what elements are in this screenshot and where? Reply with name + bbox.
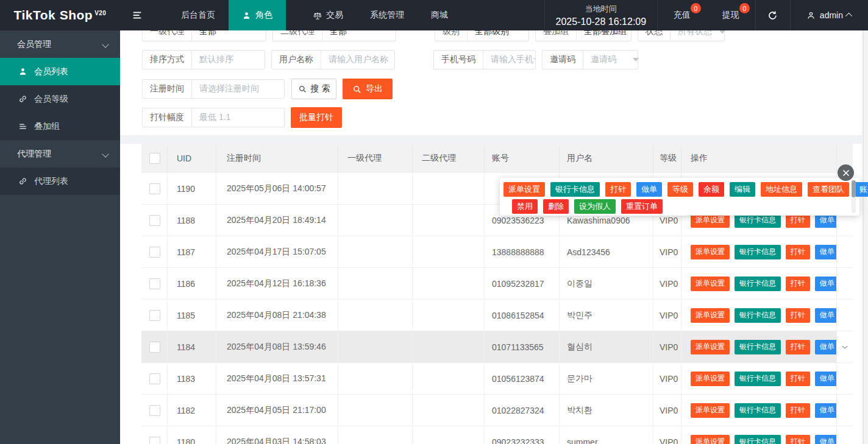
row-action-button[interactable]: 打针 <box>786 435 810 444</box>
cell-expand[interactable] <box>837 395 853 426</box>
row-checkbox[interactable] <box>149 437 160 444</box>
filter-phone-input[interactable]: 手机号码 请输入手机号码 <box>433 50 536 69</box>
sidebar-item-member-level[interactable]: 会员等级 <box>0 85 120 113</box>
batch-inject-button[interactable]: 批量打针 <box>291 107 342 128</box>
sidebar-item-member-list[interactable]: 会员列表 <box>0 58 120 85</box>
cell-expand[interactable] <box>837 236 853 267</box>
popup-action-button[interactable]: 打针 <box>605 182 631 197</box>
row-action-button[interactable]: 打针 <box>786 308 810 323</box>
filter-level-select[interactable]: 级别 全部级别 <box>435 30 529 41</box>
filter-label: 叠加组 <box>536 30 577 41</box>
nav-item-dashboard[interactable]: 后台首页 <box>168 0 229 30</box>
popup-action-button[interactable]: 编辑 <box>730 182 755 197</box>
popup-close-button[interactable] <box>838 164 854 181</box>
refresh-button[interactable] <box>755 0 790 30</box>
nav-item-system[interactable]: 系统管理 <box>357 0 418 30</box>
cell-expand[interactable] <box>837 426 853 444</box>
row-action-button[interactable]: 做单 <box>815 277 837 291</box>
export-button[interactable]: 导出 <box>343 79 393 99</box>
user-menu[interactable]: admin <box>790 0 868 30</box>
filter-sort-select[interactable]: 排序方式 默认排序 <box>142 50 265 69</box>
popup-action-button[interactable]: 重置订单 <box>621 199 663 214</box>
popup-action-button[interactable]: 禁用 <box>512 199 538 214</box>
filter-username-input[interactable]: 用户名称 请输入用户名称 <box>271 50 395 69</box>
withdraw-button[interactable]: 提现 0 <box>706 0 755 30</box>
nav-item-mall[interactable]: 商城 <box>418 0 461 30</box>
row-action-button[interactable]: 银行卡信息 <box>735 403 781 418</box>
row-checkbox[interactable] <box>149 215 160 226</box>
popup-action-button[interactable]: 删除 <box>543 199 569 214</box>
cell-level: VIP0 <box>653 236 681 267</box>
popup-action-button[interactable]: 余额 <box>699 182 724 197</box>
select-all-checkbox[interactable] <box>149 153 160 164</box>
sidebar-item-stack-group[interactable]: 叠加组 <box>0 113 120 140</box>
cell-username: 문가마 <box>560 363 653 394</box>
row-action-button[interactable]: 派单设置 <box>691 403 730 418</box>
popup-action-button[interactable]: 等级 <box>667 182 693 197</box>
cell-expand[interactable] <box>837 268 853 299</box>
row-checkbox[interactable] <box>149 278 160 289</box>
filter-agent1-select[interactable]: 一级代理 全部 <box>142 30 266 41</box>
cell-expand[interactable] <box>837 331 853 362</box>
cell-uid: 1180 <box>168 426 216 444</box>
cell-expand[interactable] <box>837 300 853 331</box>
row-action-button[interactable]: 派单设置 <box>691 245 730 259</box>
filter-register-time-input[interactable]: 注册时间 请选择注册时间 <box>142 79 285 99</box>
row-action-button[interactable]: 银行卡信息 <box>735 277 781 291</box>
row-checkbox[interactable] <box>149 310 160 321</box>
popup-scrollbar[interactable] <box>852 180 856 197</box>
search-button[interactable]: 搜 索 <box>291 79 336 99</box>
popup-action-button[interactable]: 地址信息 <box>761 182 802 197</box>
popup-action-button[interactable]: 设为假人 <box>574 199 616 214</box>
filter-status-select[interactable]: 状态 所有状态 <box>638 30 725 41</box>
sidebar-item-agent-list[interactable]: 代理列表 <box>0 167 120 195</box>
row-action-button[interactable]: 打针 <box>786 403 810 418</box>
popup-action-button[interactable]: 做单 <box>636 182 662 197</box>
filter-inject-range-input[interactable]: 打针幅度 最低 1.1 <box>142 108 285 127</box>
row-checkbox[interactable] <box>149 373 160 384</box>
row-action-button[interactable]: 打针 <box>786 340 810 354</box>
row-action-button[interactable]: 派单设置 <box>691 372 730 386</box>
row-action-button[interactable]: 做单 <box>815 403 837 418</box>
row-checkbox[interactable] <box>149 247 160 258</box>
filter-invite-code-input[interactable]: 邀请码 邀请码 <box>542 50 638 69</box>
row-action-button[interactable]: 派单设置 <box>691 277 730 291</box>
popup-action-button[interactable]: 派单设置 <box>503 182 545 197</box>
row-checkbox[interactable] <box>149 405 160 416</box>
cell-expand[interactable] <box>837 363 853 394</box>
row-action-button[interactable]: 做单 <box>815 340 837 354</box>
close-icon <box>842 169 850 177</box>
row-action-button[interactable]: 银行卡信息 <box>735 372 781 386</box>
app-logo[interactable]: TikTok Shop V20 <box>0 0 120 30</box>
filter-agent2-select[interactable]: 二级代理 全部 <box>272 30 396 41</box>
row-action-button[interactable]: 做单 <box>815 308 837 323</box>
nav-item-roles[interactable]: 角色 <box>229 0 286 30</box>
cell-register-time: 2025年04月12日 16:18:36 <box>216 268 338 299</box>
page-scrollbar[interactable] <box>863 30 868 444</box>
row-action-button[interactable]: 打针 <box>786 245 810 259</box>
row-action-button[interactable]: 打针 <box>786 372 810 386</box>
row-action-button[interactable]: 做单 <box>815 372 837 386</box>
sidebar-fold-button[interactable] <box>120 0 154 30</box>
recharge-button[interactable]: 充值 0 <box>658 0 706 30</box>
sidebar-group-agent-management[interactable]: 代理管理 <box>0 140 120 167</box>
row-action-button[interactable]: 银行卡信息 <box>735 308 781 323</box>
sidebar-group-member-management[interactable]: 会员管理 <box>0 30 120 58</box>
popup-action-button[interactable]: 银行卡信息 <box>550 182 600 197</box>
row-checkbox[interactable] <box>149 183 160 194</box>
row-action-button[interactable]: 打针 <box>786 277 810 291</box>
row-action-button[interactable]: 做单 <box>815 435 837 444</box>
row-action-button[interactable]: 派单设置 <box>691 435 730 444</box>
row-action-button[interactable]: 银行卡信息 <box>735 245 781 259</box>
row-action-button[interactable]: 银行卡信息 <box>735 340 781 354</box>
row-action-button[interactable]: 派单设置 <box>691 340 730 354</box>
row-action-button[interactable]: 派单设置 <box>691 308 730 323</box>
filter-stack-group-select[interactable]: 叠加组 全部叠加组 <box>535 30 631 41</box>
popup-action-button[interactable]: 账变 <box>855 182 868 197</box>
row-checkbox[interactable] <box>149 342 160 353</box>
row-action-button[interactable]: 银行卡信息 <box>735 435 781 444</box>
popup-action-button[interactable]: 查看团队 <box>808 182 849 197</box>
row-action-button[interactable]: 做单 <box>815 245 837 259</box>
cell-agent1 <box>338 363 413 394</box>
nav-item-transactions[interactable]: 交易 <box>299 0 357 30</box>
